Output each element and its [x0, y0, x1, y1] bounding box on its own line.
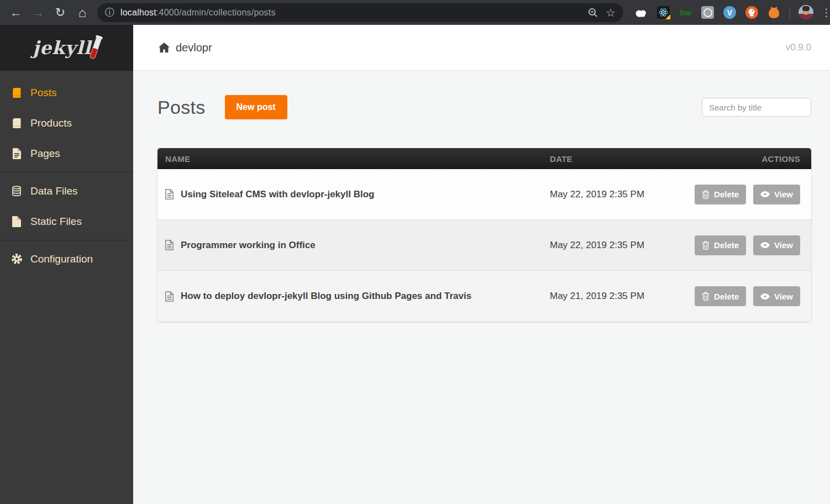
actions-cell: Delete View [705, 235, 811, 255]
file-lines-icon [9, 148, 24, 159]
delete-button-label: Delete [714, 240, 739, 250]
document-icon [165, 291, 174, 302]
date-cell: May 21, 2019 2:35 PM [550, 291, 705, 302]
browser-menu-icon[interactable]: ⋮ [815, 6, 830, 19]
document-icon [165, 189, 174, 200]
content: Posts New post NAME DATE ACTIONS [133, 71, 830, 322]
view-button[interactable]: View [753, 286, 800, 306]
sidebar-nav: Posts Products [0, 71, 133, 277]
extensions-row: bw V [635, 6, 780, 19]
delete-button[interactable]: Delete [695, 286, 746, 306]
book-icon [9, 118, 24, 129]
sidebar-item-configuration[interactable]: Configuration [0, 244, 133, 274]
column-header-name: NAME [157, 154, 550, 164]
sidebar-item-static-files[interactable]: Static Files [0, 206, 133, 237]
jekyll-logo-text: jekyll [33, 37, 91, 59]
view-button-label: View [774, 190, 793, 199]
view-button[interactable]: View [753, 185, 800, 204]
bw-extension-icon[interactable]: bw [679, 6, 692, 19]
page-title: Posts [157, 97, 206, 118]
delete-button-label: Delete [714, 292, 739, 301]
home-breadcrumb-icon [159, 43, 170, 53]
bookmark-star-icon[interactable]: ☆ [606, 6, 616, 19]
trash-icon [702, 292, 710, 301]
sidebar-item-products[interactable]: Products [0, 108, 133, 138]
sidebar-group-files: Data Files Static Files [0, 172, 133, 240]
post-title-link[interactable]: Using Siteleaf CMS with devlopr-jekyll B… [181, 189, 374, 200]
sidebar-item-label: Configuration [30, 253, 93, 265]
home-icon[interactable]: ⌂ [72, 3, 93, 23]
eye-icon [760, 191, 770, 197]
url-bar[interactable]: ⓘ localhost:4000/admin/collections/posts… [97, 3, 623, 22]
table-row: How to deploy devlopr-jekyll Blog using … [157, 271, 811, 322]
name-cell: Programmer working in Office [157, 240, 550, 251]
delete-button-label: Delete [714, 190, 739, 199]
view-button-label: View [774, 292, 793, 301]
refresh-icon[interactable]: ↻ [50, 3, 71, 23]
actions-cell: Delete View [705, 286, 811, 306]
back-icon[interactable]: ← [6, 3, 27, 23]
cloud-extension-icon[interactable] [635, 6, 648, 19]
site-title: devlopr [176, 41, 212, 54]
version-label: v0.9.0 [786, 42, 811, 53]
url-text[interactable]: localhost:4000/admin/collections/posts [120, 8, 580, 18]
actions-cell: Delete View [705, 185, 811, 204]
browser-toolbar: ← → ↻ ⌂ ⓘ localhost:4000/admin/collectio… [0, 0, 830, 25]
duckduckgo-extension-icon[interactable] [745, 6, 758, 19]
sidebar-item-data-files[interactable]: Data Files [0, 176, 133, 206]
delete-button[interactable]: Delete [695, 235, 746, 255]
file-icon [9, 216, 24, 227]
new-post-button[interactable]: New post [225, 95, 287, 119]
url-path: :4000/admin/collections/posts [156, 8, 276, 17]
warning-badge-icon [665, 14, 670, 19]
name-cell: How to deploy devlopr-jekyll Blog using … [157, 291, 550, 302]
sidebar-item-label: Pages [30, 148, 60, 160]
view-button[interactable]: View [753, 235, 800, 255]
profile-avatar[interactable] [799, 5, 813, 20]
sidebar-group-collections: Posts Products [0, 71, 133, 172]
forward-icon[interactable]: → [28, 3, 49, 23]
post-title-link[interactable]: How to deploy devlopr-jekyll Blog using … [181, 291, 471, 302]
table-header: NAME DATE ACTIONS [157, 148, 811, 169]
delete-button[interactable]: Delete [695, 185, 746, 204]
column-header-actions: ACTIONS [705, 154, 811, 164]
sidebar-group-config: Configuration [0, 240, 133, 277]
sidebar-item-label: Static Files [30, 216, 82, 228]
trash-icon [702, 241, 710, 250]
toolbar-divider [790, 7, 790, 19]
view-button-label: View [774, 240, 793, 250]
zoom-out-icon[interactable] [588, 8, 598, 18]
vimium-extension-icon[interactable]: V [723, 6, 736, 19]
date-cell: May 22, 2019 2:35 PM [550, 189, 705, 200]
table-row: Programmer working in Office May 22, 201… [157, 220, 811, 271]
main-area: devlopr v0.9.0 Posts New post NAME DATE … [133, 25, 830, 504]
database-icon [9, 186, 24, 197]
sidebar-item-pages[interactable]: Pages [0, 138, 133, 169]
table-row: Using Siteleaf CMS with devlopr-jekyll B… [157, 169, 811, 220]
sidebar-item-label: Posts [30, 87, 57, 99]
url-host: localhost [120, 8, 156, 17]
octocat-extension-icon[interactable] [768, 6, 780, 19]
search-input[interactable] [702, 98, 811, 117]
sidebar-item-posts[interactable]: Posts [0, 77, 133, 108]
page-info-icon[interactable]: ⓘ [105, 6, 114, 19]
site-header: devlopr v0.9.0 [133, 25, 830, 71]
sidebar: jekyll Posts [0, 25, 133, 504]
breadcrumb[interactable]: devlopr [159, 41, 212, 54]
name-cell: Using Siteleaf CMS with devlopr-jekyll B… [157, 189, 550, 200]
app-frame: jekyll Posts [0, 25, 830, 504]
camera-extension-icon[interactable] [701, 6, 714, 19]
book-icon [9, 87, 24, 98]
column-header-date: DATE [550, 154, 705, 164]
posts-table: NAME DATE ACTIONS Using Siteleaf CMS wit… [157, 148, 811, 322]
jekyll-logo[interactable]: jekyll [0, 25, 133, 71]
document-icon [165, 240, 174, 250]
sidebar-item-label: Data Files [30, 185, 78, 197]
react-devtools-extension-icon[interactable] [657, 6, 670, 19]
trash-icon [702, 190, 710, 199]
post-title-link[interactable]: Programmer working in Office [181, 240, 316, 251]
gear-icon [9, 253, 24, 265]
eye-icon [760, 242, 770, 248]
sidebar-item-label: Products [30, 117, 72, 129]
title-row: Posts New post [157, 95, 811, 119]
